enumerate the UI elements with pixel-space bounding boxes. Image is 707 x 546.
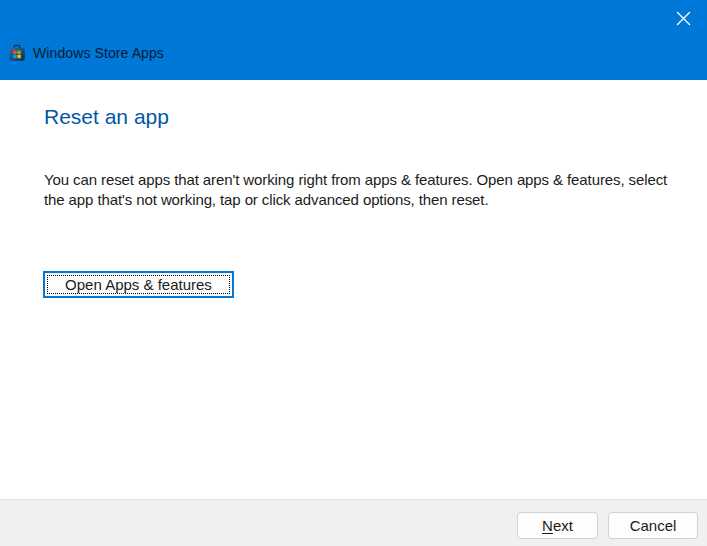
footer-bar: Next Cancel bbox=[0, 499, 707, 546]
page-title: Reset an app bbox=[44, 105, 169, 129]
close-button[interactable] bbox=[668, 3, 698, 33]
microsoft-store-icon bbox=[8, 44, 26, 62]
window-app-title: Windows Store Apps bbox=[33, 45, 164, 61]
troubleshooter-window: { "header": { "app_title": "Windows Stor… bbox=[0, 0, 707, 546]
app-identity: Windows Store Apps bbox=[8, 44, 164, 62]
page-description: You can reset apps that aren't working r… bbox=[44, 170, 689, 210]
next-button-accesskey: N bbox=[542, 517, 553, 534]
close-icon bbox=[676, 11, 691, 26]
title-bar: Windows Store Apps bbox=[0, 0, 707, 80]
next-button-label-rest: ext bbox=[553, 517, 573, 534]
open-apps-features-button[interactable]: Open Apps & features bbox=[43, 271, 234, 298]
cancel-button[interactable]: Cancel bbox=[608, 512, 698, 539]
next-button[interactable]: Next bbox=[517, 512, 598, 539]
